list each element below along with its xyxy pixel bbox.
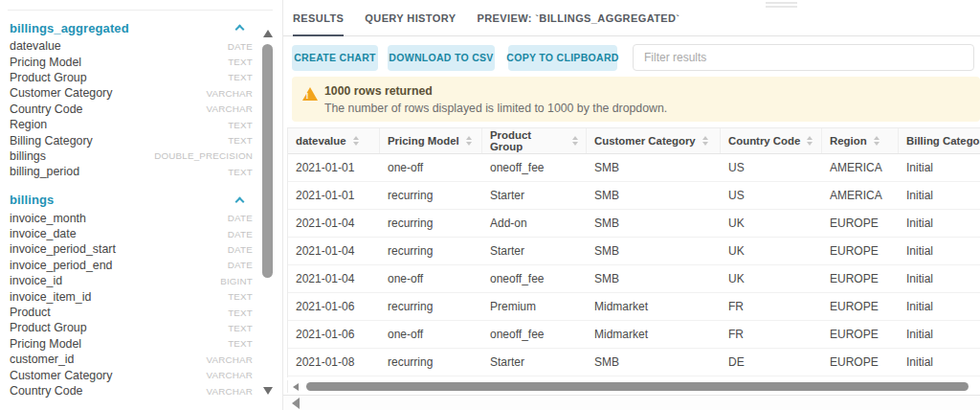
schema-column-row: billingsDOUBLE_PRECISION	[10, 148, 253, 164]
scroll-left-icon[interactable]	[292, 398, 300, 409]
cell-pricing-model: one-off	[380, 265, 482, 292]
column-name: datevalue	[10, 39, 61, 53]
column-type: DATE	[228, 41, 253, 52]
schema-column-row: ProductTEXT	[10, 305, 253, 320]
sort-icon[interactable]	[466, 136, 472, 146]
chevron-up-icon[interactable]	[235, 25, 245, 34]
column-name: billings	[10, 149, 46, 163]
download-to-csv-button[interactable]: DOWNLOAD TO CSV	[388, 45, 495, 71]
column-header-pricing-model[interactable]: Pricing Model	[380, 128, 482, 153]
cell-customer-category: SMB	[587, 238, 721, 264]
table-section-header-billings-aggregated[interactable]: billings_aggregated	[10, 17, 253, 38]
column-header-datevalue[interactable]: datevalue	[288, 128, 380, 153]
column-type: DATE	[228, 244, 253, 255]
filter-results-input[interactable]	[633, 44, 974, 71]
table-row: 2021-01-01 recurring Starter SMB US AMER…	[288, 182, 980, 210]
create-chart-button[interactable]: CREATE CHART	[292, 45, 378, 71]
cell-customer-category: SMB	[587, 210, 721, 237]
sort-icon[interactable]	[353, 136, 359, 146]
grid-header-row: datevalue Pricing Model Product Group Cu…	[288, 128, 980, 154]
schema-column-row: Pricing ModelTEXT	[10, 54, 253, 69]
table-section-header-billings[interactable]: billings	[10, 190, 253, 211]
schema-sidebar: billings_aggregated datevalueDATE Pricin…	[0, 0, 283, 410]
schema-column-row: Country CodeVARCHAR	[10, 102, 253, 117]
column-header-product-group[interactable]: Product Group	[482, 128, 587, 153]
column-type: VARCHAR	[206, 354, 253, 365]
cell-region: AMERICA	[822, 182, 899, 209]
table-row: 2021-01-04 recurring Starter SMB UK EURO…	[288, 238, 980, 265]
column-header-label: Billing Category	[906, 135, 980, 147]
cell-country-code: UK	[721, 265, 822, 292]
cell-billing-category: Initial	[899, 154, 980, 181]
column-type: VARCHAR	[206, 88, 253, 99]
schema-column-row: invoice_item_idTEXT	[10, 288, 253, 304]
sidebar-scrollbar[interactable]	[261, 0, 275, 410]
schema-column-row: invoice_idBIGINT	[10, 273, 253, 288]
sort-icon[interactable]	[874, 136, 880, 146]
column-type: VARCHAR	[206, 103, 253, 114]
cell-country-code: DE	[721, 349, 822, 376]
sql-lab-results-pane: billings_aggregated datevalueDATE Pricin…	[0, 0, 980, 410]
schema-column-row: RegionTEXT	[10, 117, 253, 132]
cell-datevalue: 2021-01-04	[288, 265, 380, 292]
table-row: 2021-01-06 one-off oneoff_fee Midmarket …	[288, 321, 980, 349]
schema-column-row: Customer CategoryVARCHAR	[10, 367, 253, 382]
tab-query-history[interactable]: QUERY HISTORY	[365, 0, 456, 35]
column-header-region[interactable]: Region	[822, 128, 899, 153]
column-type: TEXT	[228, 72, 253, 82]
cell-country-code: US	[721, 182, 822, 209]
table-row: 2021-01-04 one-off oneoff_fee SMB UK EUR…	[288, 265, 980, 293]
cell-pricing-model: recurring	[380, 210, 482, 237]
sort-icon[interactable]	[807, 136, 813, 146]
scroll-down-icon[interactable]	[263, 387, 273, 395]
schema-column-row: Product GroupTEXT	[10, 70, 253, 85]
column-name: Region	[10, 118, 47, 131]
column-name: customer_id	[10, 353, 75, 366]
column-name: Product Group	[10, 71, 87, 84]
column-type: TEXT	[228, 120, 253, 130]
schema-column-row: Pricing ModelTEXT	[10, 336, 253, 352]
tab-label: RESULTS	[293, 12, 344, 24]
cell-region: EUROPE	[822, 210, 899, 237]
column-name: Billing Category	[10, 134, 93, 148]
column-name: Product Group	[10, 321, 87, 334]
alert-title: 1000 rows returned	[324, 84, 969, 98]
column-type: BIGINT	[220, 276, 253, 286]
column-name: billing_period	[10, 165, 79, 178]
schema-column-row: Billing CategoryTEXT	[10, 132, 253, 148]
column-header-billing-category[interactable]: Billing Category	[899, 128, 980, 153]
cell-datevalue: 2021-01-06	[288, 321, 380, 348]
column-header-country-code[interactable]: Country Code	[721, 128, 822, 153]
cell-datevalue: 2021-01-01	[288, 154, 380, 181]
sort-icon[interactable]	[572, 136, 578, 146]
column-name: Customer Category	[10, 86, 112, 100]
scroll-left-icon[interactable]	[293, 383, 299, 391]
column-type: TEXT	[228, 308, 253, 318]
tab-results[interactable]: RESULTS	[293, 0, 344, 35]
schema-column-row: invoice_dateDATE	[10, 226, 253, 241]
cell-billing-category: Initial	[899, 238, 980, 264]
sidebar-scrollbar-thumb[interactable]	[262, 44, 273, 278]
column-type: TEXT	[228, 135, 253, 146]
cell-customer-category: SMB	[587, 182, 721, 209]
cell-product-group: Premium	[482, 293, 587, 320]
horizontal-scrollbar-thumb[interactable]	[306, 382, 969, 391]
sidebar-content: billings_aggregated datevalueDATE Pricin…	[10, 13, 253, 399]
column-header-customer-category[interactable]: Customer Category	[587, 128, 721, 153]
tab-preview-billings-aggregated[interactable]: PREVIEW: `BILLINGS_AGGREGATED`	[477, 0, 679, 35]
cell-product-group: Add-on	[482, 210, 587, 237]
cell-region: EUROPE	[822, 265, 899, 292]
sort-icon[interactable]	[702, 136, 708, 146]
sidebar-divider	[8, 10, 273, 11]
schema-column-row: customer_idVARCHAR	[10, 352, 253, 367]
column-name: invoice_item_id	[10, 290, 91, 304]
cell-pricing-model: one-off	[380, 321, 482, 348]
pane-drag-handle-icon[interactable]	[766, 2, 797, 10]
grid-horizontal-scrollbar[interactable]	[287, 380, 980, 393]
cell-billing-category: Initial	[899, 349, 980, 376]
copy-to-clipboard-button[interactable]: COPY TO CLIPBOARD	[508, 45, 617, 71]
scroll-up-icon[interactable]	[263, 30, 273, 37]
chevron-up-icon[interactable]	[235, 196, 245, 206]
column-name: Pricing Model	[10, 56, 81, 69]
table-row: 2021-01-08 recurring Starter SMB DE EURO…	[288, 349, 980, 376]
